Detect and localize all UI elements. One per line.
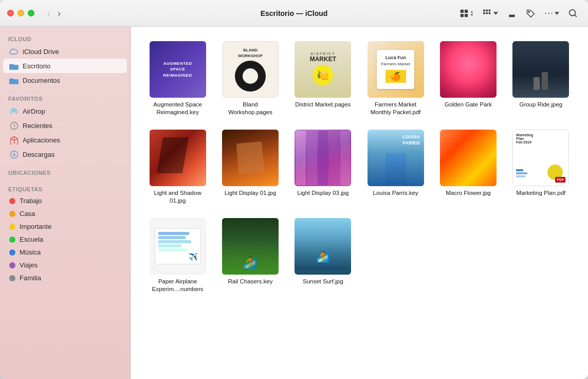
minimize-button[interactable] — [17, 10, 24, 16]
options-grid-icon — [483, 9, 492, 18]
sidebar-item-trabajo[interactable]: Trabajo — [3, 194, 127, 207]
sidebar-item-aplicaciones[interactable]: Aplicaciones — [3, 133, 127, 147]
file-thumb-rail: 🏄 — [222, 218, 279, 275]
file-name-bland: Bland Workshop.pages — [220, 101, 281, 116]
file-name-lightdisplay3: Light Display 03.jpg — [297, 189, 348, 197]
documentos-label: Documentos — [23, 77, 60, 84]
sidebar-item-familia[interactable]: Familia — [3, 272, 127, 284]
sort-icon — [470, 9, 474, 18]
search-button[interactable] — [565, 7, 581, 20]
file-name-rail: Rail Chasers.key — [228, 278, 273, 285]
file-item-golden[interactable]: Golden Gate Park — [433, 37, 503, 120]
file-thumb-lightdisplay1 — [222, 130, 279, 186]
file-item-macro[interactable]: Macro Flower.jpg — [433, 125, 503, 209]
maximize-button[interactable] — [28, 10, 34, 16]
sidebar-item-icloud-drive[interactable]: iCloud Drive — [3, 44, 127, 59]
svg-rect-7 — [483, 12, 485, 14]
escritorio-label: Escritorio — [23, 62, 50, 70]
svg-point-11 — [569, 9, 576, 15]
musica-dot — [9, 249, 15, 256]
file-thumb-farmers: Luca Fun Farmers Market 🍊 — [368, 41, 424, 98]
main-content: iCloud iCloud Drive Escritorio — [0, 27, 588, 379]
nav-buttons: ‹ › — [45, 8, 63, 19]
sidebar-item-musica[interactable]: Música — [3, 246, 127, 259]
sidebar-item-documentos[interactable]: Documentos — [3, 73, 127, 87]
file-name-marketing: Marketing Plan.pdf — [516, 189, 565, 197]
file-name-lightdisplay1: Light Display 01.jpg — [225, 189, 276, 197]
sidebar-section-etiquetas: Etiquetas — [0, 183, 130, 194]
svg-rect-5 — [486, 9, 488, 11]
close-button[interactable] — [7, 10, 14, 16]
svg-rect-6 — [488, 9, 490, 11]
file-thumb-macro — [440, 130, 497, 186]
file-item-groupride[interactable]: Group Ride.jpeg — [506, 37, 576, 120]
file-thumb-augmented: AUGMENTEDSPACEREIMAGINED — [150, 41, 206, 98]
file-thumb-groupride — [512, 41, 569, 98]
file-thumb-louisa: LOUISAPARRIS — [368, 130, 424, 186]
clock-icon — [9, 121, 19, 130]
window-title: Escritorio — iCloud — [261, 9, 328, 17]
chevron-down-icon — [493, 9, 498, 18]
more-button[interactable]: ··· — [541, 6, 562, 21]
file-item-paper[interactable]: ✈️ Paper Airplane Experim....numbers — [143, 214, 212, 297]
titlebar: ‹ › Escritorio — iCloud — [0, 0, 588, 27]
file-item-lightdisplay3[interactable]: Light Display 03.jpg — [288, 125, 358, 209]
file-item-lightnshadow[interactable]: Light and Shadow 01.jpg — [143, 125, 212, 209]
casa-dot — [9, 211, 15, 217]
forward-button[interactable]: › — [55, 8, 63, 19]
trabajo-dot — [9, 198, 15, 204]
file-name-golden: Golden Gate Park — [445, 101, 492, 109]
file-thumb-district: DISTRICT MARKET 🍋 — [295, 41, 351, 98]
file-item-sunset[interactable]: 🏄 Sunset Surf.jpg — [288, 214, 358, 297]
sidebar-section-icloud: iCloud — [0, 33, 130, 44]
sidebar-item-importante[interactable]: Importante — [3, 220, 127, 233]
share-button[interactable] — [504, 7, 520, 20]
grid-icon — [460, 9, 469, 18]
sidebar-item-recientes[interactable]: Recientes — [3, 118, 127, 133]
file-item-lightdisplay1[interactable]: Light Display 01.jpg — [215, 125, 285, 209]
download-icon — [9, 150, 19, 159]
aplicaciones-label: Aplicaciones — [23, 136, 60, 144]
folder-icon-escritorio — [9, 61, 19, 70]
sidebar-item-descargas[interactable]: Descargas — [3, 147, 127, 161]
file-item-louisa[interactable]: LOUISAPARRIS Louisa Parris.key — [361, 125, 430, 209]
importante-label: Importante — [20, 223, 51, 230]
file-item-bland[interactable]: BLANDWORKSHOP Bland Workshop.pages — [215, 37, 285, 120]
familia-dot — [9, 275, 15, 281]
file-item-marketing[interactable]: MarketingPlanFall 2019 PDF — [506, 125, 576, 209]
file-name-paper: Paper Airplane Experim....numbers — [148, 278, 208, 293]
file-name-augmented: Augmented Space Reimagined.key — [148, 101, 208, 116]
recientes-label: Recientes — [23, 122, 52, 130]
descargas-label: Descargas — [23, 151, 54, 158]
sidebar-section-favoritos: Favoritos — [0, 93, 130, 104]
view-options-button[interactable] — [480, 7, 501, 20]
svg-point-10 — [528, 11, 529, 12]
file-thumb-lightnshadow — [150, 130, 206, 186]
file-name-district: District Market.pages — [295, 101, 351, 109]
sidebar-item-escuela[interactable]: Escuela — [3, 233, 127, 246]
folder-icon-documentos — [9, 76, 19, 85]
svg-rect-9 — [488, 12, 490, 14]
icloud-drive-label: iCloud Drive — [23, 48, 59, 56]
file-area: AUGMENTEDSPACEREIMAGINED Augmented Space… — [131, 27, 588, 379]
file-item-farmers[interactable]: Luca Fun Farmers Market 🍊 Farmers Market… — [361, 37, 430, 120]
familia-label: Familia — [20, 274, 41, 282]
finder-window: ‹ › Escritorio — iCloud — [0, 0, 588, 379]
file-item-district[interactable]: DISTRICT MARKET 🍋 District Market.pages — [288, 37, 358, 120]
sidebar-section-ubicaciones: Ubicaciones — [0, 167, 130, 178]
view-grid-button[interactable] — [456, 7, 477, 20]
file-thumb-lightdisplay3 — [295, 130, 351, 186]
sidebar-item-escritorio[interactable]: Escritorio — [3, 59, 127, 73]
sidebar-item-casa[interactable]: Casa — [3, 207, 127, 220]
musica-label: Música — [20, 248, 41, 256]
sidebar-item-viajes[interactable]: Viajes — [3, 259, 127, 272]
file-item-rail[interactable]: 🏄 Rail Chasers.key — [215, 214, 285, 297]
back-button[interactable]: ‹ — [45, 8, 53, 19]
svg-rect-1 — [465, 9, 468, 12]
file-item-augmented[interactable]: AUGMENTEDSPACEREIMAGINED Augmented Space… — [143, 37, 212, 120]
sidebar-item-airdrop[interactable]: AirDrop — [3, 104, 127, 118]
tag-button[interactable] — [523, 7, 538, 20]
svg-rect-3 — [465, 13, 468, 16]
viajes-label: Viajes — [20, 261, 38, 269]
file-thumb-sunset: 🏄 — [295, 218, 351, 275]
